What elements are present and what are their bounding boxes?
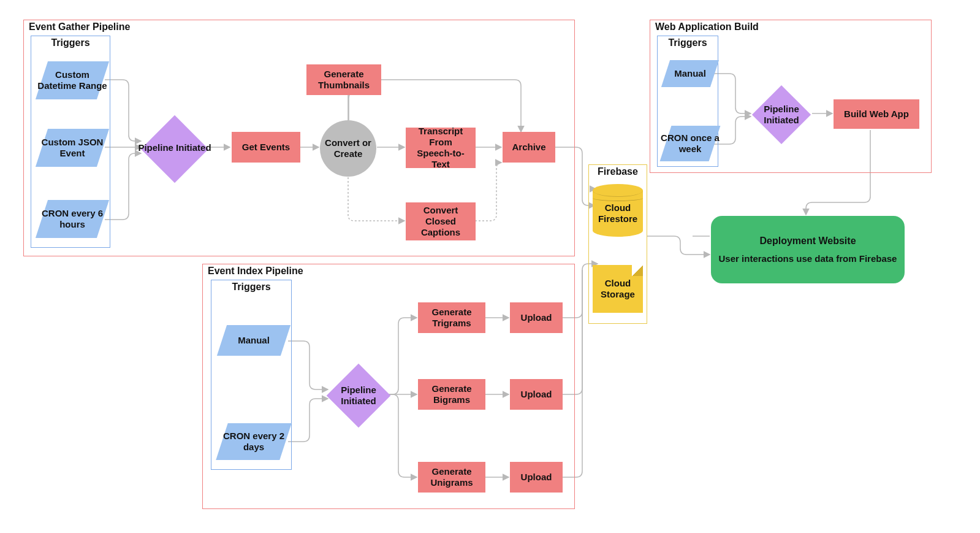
index-trigger-1-label: Manual: [216, 325, 292, 356]
cloud-firestore-db-icon: Cloud Firestore: [593, 190, 643, 231]
gen-bi-label: Generate Bigrams: [423, 383, 481, 405]
gather-triggers-title: Triggers: [31, 37, 110, 48]
upload-2-box: Upload: [510, 379, 563, 410]
gather-trigger-3-label: CRON every 6 hours: [36, 200, 109, 238]
gather-pipeline-label: Pipeline Initiated: [138, 132, 211, 163]
gather-trigger-2-label: Custom JSON Event: [36, 129, 109, 167]
transcript-box: Transcript From Speech-to-Text: [406, 128, 476, 168]
gen-tri-box: Generate Trigrams: [418, 302, 485, 333]
upload-3-box: Upload: [510, 462, 563, 493]
upload-2-label: Upload: [521, 389, 552, 400]
web-trigger-1-label: Manual: [659, 60, 721, 87]
deploy-title: Deployment Website: [759, 235, 856, 247]
firebase-title: Firebase: [589, 166, 647, 177]
gen-uni-label: Generate Unigrams: [423, 466, 481, 488]
cloud-storage-label: Cloud Storage: [593, 278, 643, 300]
gen-thumbs-box: Generate Thumbnails: [306, 64, 381, 95]
build-web-app-box: Build Web App: [834, 99, 919, 129]
index-title: Event Index Pipeline: [208, 266, 303, 277]
cloud-firestore-label: Cloud Firestore: [593, 202, 643, 224]
get-events-label: Get Events: [242, 142, 290, 153]
deploy-sub: User interactions use data from Firebase: [719, 253, 897, 264]
deploy-website-box: Deployment Website User interactions use…: [711, 216, 905, 283]
gen-tri-label: Generate Trigrams: [423, 307, 481, 329]
archive-box: Archive: [503, 132, 555, 163]
build-web-app-label: Build Web App: [844, 109, 909, 120]
index-pipeline-label: Pipeline Initiated: [324, 380, 393, 411]
gen-bi-box: Generate Bigrams: [418, 379, 485, 410]
convert-or-create-circle: Convert or Create: [320, 120, 376, 177]
convert-cc-box: Convert Closed Captions: [406, 202, 476, 240]
index-triggers-title: Triggers: [211, 282, 291, 293]
gen-thumbs-label: Generate Thumbnails: [311, 69, 376, 91]
web-pipeline-label: Pipeline Initiated: [749, 100, 814, 129]
web-title: Web Application Build: [655, 21, 759, 33]
gather-title: Event Gather Pipeline: [29, 21, 130, 33]
transcript-label: Transcript From Speech-to-Text: [411, 126, 471, 170]
archive-label: Archive: [512, 142, 545, 153]
get-events-box: Get Events: [232, 132, 300, 163]
convert-cc-label: Convert Closed Captions: [411, 205, 471, 238]
index-trigger-2-label: CRON every 2 days: [216, 423, 292, 460]
upload-1-box: Upload: [510, 302, 563, 333]
gen-uni-box: Generate Unigrams: [418, 462, 485, 493]
upload-1-label: Upload: [521, 312, 552, 323]
web-trigger-2-label: CRON once a week: [659, 126, 721, 161]
upload-3-label: Upload: [521, 472, 552, 483]
web-triggers-title: Triggers: [658, 37, 718, 48]
gather-trigger-1-label: Custom Datetime Range: [36, 61, 109, 99]
convert-or-create-label: Convert or Create: [320, 137, 376, 159]
cloud-storage-note-icon: Cloud Storage: [593, 265, 643, 313]
